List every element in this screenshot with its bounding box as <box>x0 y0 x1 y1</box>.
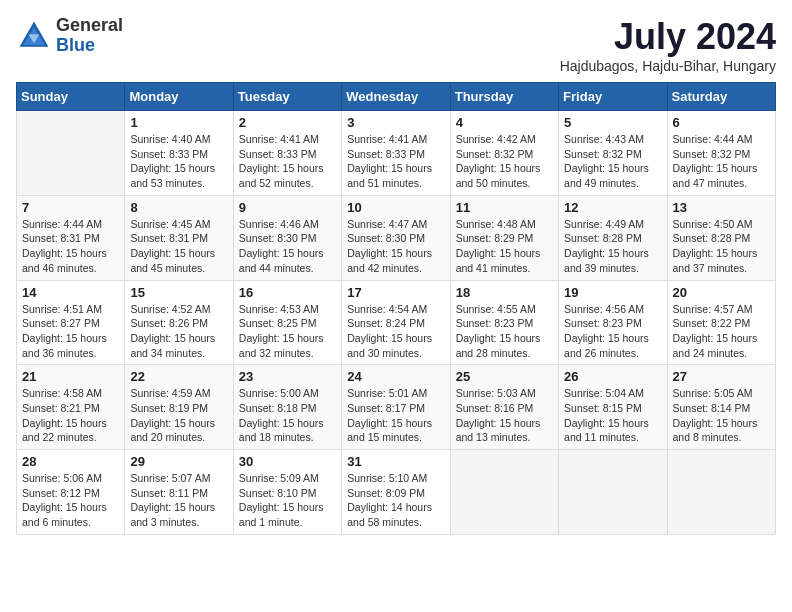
calendar-cell: 9Sunrise: 4:46 AMSunset: 8:30 PMDaylight… <box>233 195 341 280</box>
day-info: Sunrise: 5:03 AMSunset: 8:16 PMDaylight:… <box>456 386 553 445</box>
day-info: Sunrise: 4:55 AMSunset: 8:23 PMDaylight:… <box>456 302 553 361</box>
day-info: Sunrise: 4:48 AMSunset: 8:29 PMDaylight:… <box>456 217 553 276</box>
day-number: 5 <box>564 115 661 130</box>
day-info: Sunrise: 4:58 AMSunset: 8:21 PMDaylight:… <box>22 386 119 445</box>
logo-icon <box>16 18 52 54</box>
day-info: Sunrise: 4:57 AMSunset: 8:22 PMDaylight:… <box>673 302 770 361</box>
day-info: Sunrise: 4:40 AMSunset: 8:33 PMDaylight:… <box>130 132 227 191</box>
day-info: Sunrise: 4:41 AMSunset: 8:33 PMDaylight:… <box>347 132 444 191</box>
calendar-cell <box>17 111 125 196</box>
week-row-5: 28Sunrise: 5:06 AMSunset: 8:12 PMDayligh… <box>17 450 776 535</box>
logo-general-text: General <box>56 16 123 36</box>
calendar-cell: 20Sunrise: 4:57 AMSunset: 8:22 PMDayligh… <box>667 280 775 365</box>
day-number: 6 <box>673 115 770 130</box>
month-title: July 2024 <box>560 16 776 58</box>
calendar-cell: 14Sunrise: 4:51 AMSunset: 8:27 PMDayligh… <box>17 280 125 365</box>
calendar-cell <box>667 450 775 535</box>
header-day-monday: Monday <box>125 83 233 111</box>
day-info: Sunrise: 4:51 AMSunset: 8:27 PMDaylight:… <box>22 302 119 361</box>
calendar-cell: 1Sunrise: 4:40 AMSunset: 8:33 PMDaylight… <box>125 111 233 196</box>
day-number: 30 <box>239 454 336 469</box>
header-day-wednesday: Wednesday <box>342 83 450 111</box>
day-number: 20 <box>673 285 770 300</box>
day-number: 21 <box>22 369 119 384</box>
day-info: Sunrise: 5:07 AMSunset: 8:11 PMDaylight:… <box>130 471 227 530</box>
day-number: 10 <box>347 200 444 215</box>
day-number: 8 <box>130 200 227 215</box>
day-info: Sunrise: 4:49 AMSunset: 8:28 PMDaylight:… <box>564 217 661 276</box>
day-info: Sunrise: 4:59 AMSunset: 8:19 PMDaylight:… <box>130 386 227 445</box>
calendar-cell: 10Sunrise: 4:47 AMSunset: 8:30 PMDayligh… <box>342 195 450 280</box>
day-number: 13 <box>673 200 770 215</box>
calendar-cell: 18Sunrise: 4:55 AMSunset: 8:23 PMDayligh… <box>450 280 558 365</box>
calendar-cell: 11Sunrise: 4:48 AMSunset: 8:29 PMDayligh… <box>450 195 558 280</box>
week-row-2: 7Sunrise: 4:44 AMSunset: 8:31 PMDaylight… <box>17 195 776 280</box>
calendar-cell: 4Sunrise: 4:42 AMSunset: 8:32 PMDaylight… <box>450 111 558 196</box>
day-info: Sunrise: 4:42 AMSunset: 8:32 PMDaylight:… <box>456 132 553 191</box>
day-info: Sunrise: 4:44 AMSunset: 8:32 PMDaylight:… <box>673 132 770 191</box>
day-number: 4 <box>456 115 553 130</box>
header-row: SundayMondayTuesdayWednesdayThursdayFrid… <box>17 83 776 111</box>
location-text: Hajdubagos, Hajdu-Bihar, Hungary <box>560 58 776 74</box>
day-number: 18 <box>456 285 553 300</box>
calendar-cell: 30Sunrise: 5:09 AMSunset: 8:10 PMDayligh… <box>233 450 341 535</box>
calendar-cell: 3Sunrise: 4:41 AMSunset: 8:33 PMDaylight… <box>342 111 450 196</box>
day-number: 29 <box>130 454 227 469</box>
day-number: 2 <box>239 115 336 130</box>
day-number: 17 <box>347 285 444 300</box>
day-number: 26 <box>564 369 661 384</box>
calendar-cell: 21Sunrise: 4:58 AMSunset: 8:21 PMDayligh… <box>17 365 125 450</box>
calendar-cell: 28Sunrise: 5:06 AMSunset: 8:12 PMDayligh… <box>17 450 125 535</box>
day-info: Sunrise: 4:47 AMSunset: 8:30 PMDaylight:… <box>347 217 444 276</box>
logo: General Blue <box>16 16 123 56</box>
day-info: Sunrise: 5:00 AMSunset: 8:18 PMDaylight:… <box>239 386 336 445</box>
day-number: 1 <box>130 115 227 130</box>
day-number: 28 <box>22 454 119 469</box>
day-number: 9 <box>239 200 336 215</box>
day-info: Sunrise: 4:41 AMSunset: 8:33 PMDaylight:… <box>239 132 336 191</box>
day-number: 27 <box>673 369 770 384</box>
day-number: 31 <box>347 454 444 469</box>
day-number: 25 <box>456 369 553 384</box>
calendar-cell: 16Sunrise: 4:53 AMSunset: 8:25 PMDayligh… <box>233 280 341 365</box>
day-number: 15 <box>130 285 227 300</box>
day-info: Sunrise: 4:56 AMSunset: 8:23 PMDaylight:… <box>564 302 661 361</box>
calendar-cell: 29Sunrise: 5:07 AMSunset: 8:11 PMDayligh… <box>125 450 233 535</box>
header-day-tuesday: Tuesday <box>233 83 341 111</box>
header-day-saturday: Saturday <box>667 83 775 111</box>
calendar-cell: 12Sunrise: 4:49 AMSunset: 8:28 PMDayligh… <box>559 195 667 280</box>
day-info: Sunrise: 4:45 AMSunset: 8:31 PMDaylight:… <box>130 217 227 276</box>
day-number: 7 <box>22 200 119 215</box>
day-number: 11 <box>456 200 553 215</box>
calendar-cell: 8Sunrise: 4:45 AMSunset: 8:31 PMDaylight… <box>125 195 233 280</box>
calendar-table: SundayMondayTuesdayWednesdayThursdayFrid… <box>16 82 776 535</box>
day-info: Sunrise: 4:50 AMSunset: 8:28 PMDaylight:… <box>673 217 770 276</box>
day-number: 22 <box>130 369 227 384</box>
calendar-cell: 24Sunrise: 5:01 AMSunset: 8:17 PMDayligh… <box>342 365 450 450</box>
day-number: 14 <box>22 285 119 300</box>
day-info: Sunrise: 5:09 AMSunset: 8:10 PMDaylight:… <box>239 471 336 530</box>
day-info: Sunrise: 4:44 AMSunset: 8:31 PMDaylight:… <box>22 217 119 276</box>
day-number: 12 <box>564 200 661 215</box>
week-row-4: 21Sunrise: 4:58 AMSunset: 8:21 PMDayligh… <box>17 365 776 450</box>
calendar-cell <box>559 450 667 535</box>
calendar-cell: 25Sunrise: 5:03 AMSunset: 8:16 PMDayligh… <box>450 365 558 450</box>
calendar-cell: 22Sunrise: 4:59 AMSunset: 8:19 PMDayligh… <box>125 365 233 450</box>
week-row-3: 14Sunrise: 4:51 AMSunset: 8:27 PMDayligh… <box>17 280 776 365</box>
calendar-cell: 19Sunrise: 4:56 AMSunset: 8:23 PMDayligh… <box>559 280 667 365</box>
week-row-1: 1Sunrise: 4:40 AMSunset: 8:33 PMDaylight… <box>17 111 776 196</box>
day-number: 3 <box>347 115 444 130</box>
calendar-cell: 7Sunrise: 4:44 AMSunset: 8:31 PMDaylight… <box>17 195 125 280</box>
day-number: 19 <box>564 285 661 300</box>
day-info: Sunrise: 4:52 AMSunset: 8:26 PMDaylight:… <box>130 302 227 361</box>
logo-text: General Blue <box>56 16 123 56</box>
calendar-cell: 6Sunrise: 4:44 AMSunset: 8:32 PMDaylight… <box>667 111 775 196</box>
calendar-header: SundayMondayTuesdayWednesdayThursdayFrid… <box>17 83 776 111</box>
day-info: Sunrise: 5:05 AMSunset: 8:14 PMDaylight:… <box>673 386 770 445</box>
calendar-cell: 26Sunrise: 5:04 AMSunset: 8:15 PMDayligh… <box>559 365 667 450</box>
calendar-body: 1Sunrise: 4:40 AMSunset: 8:33 PMDaylight… <box>17 111 776 535</box>
day-number: 23 <box>239 369 336 384</box>
logo-blue-text: Blue <box>56 36 123 56</box>
day-info: Sunrise: 4:46 AMSunset: 8:30 PMDaylight:… <box>239 217 336 276</box>
day-info: Sunrise: 5:04 AMSunset: 8:15 PMDaylight:… <box>564 386 661 445</box>
